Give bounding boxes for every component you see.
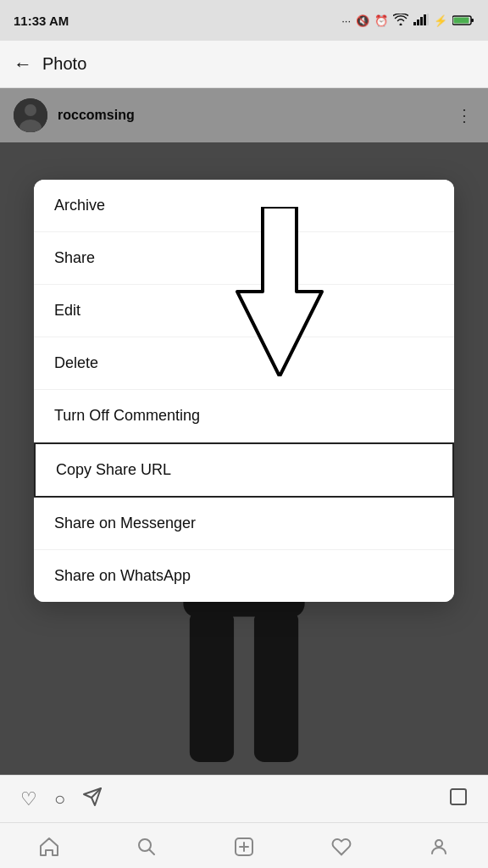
nav-home[interactable] <box>0 823 97 868</box>
menu-item-turn-off-commenting[interactable]: Turn Off Commenting <box>34 390 454 442</box>
svg-rect-2 <box>420 17 423 25</box>
nav-search[interactable] <box>97 823 195 868</box>
menu-item-share[interactable]: Share <box>34 232 454 285</box>
like-button[interactable]: ♡ <box>20 788 37 810</box>
bottom-actions-bar: ♡ ○ <box>0 775 488 822</box>
mute-icon: 🔇 <box>356 14 369 27</box>
charging-icon: ⚡ <box>434 14 447 27</box>
content-area: roccomsing ⋮ Archive Share Edit Delete T… <box>0 88 488 775</box>
menu-item-share-on-whatsapp[interactable]: Share on WhatsApp <box>34 550 454 602</box>
svg-rect-6 <box>471 19 474 22</box>
svg-rect-19 <box>451 789 466 804</box>
svg-rect-1 <box>417 19 419 25</box>
back-button[interactable]: ← <box>14 53 32 75</box>
svg-rect-7 <box>454 18 469 24</box>
status-bar: 11:33 AM ··· 🔇 ⏰ ⚡ <box>0 0 488 41</box>
context-menu: Archive Share Edit Delete Turn Off Comme… <box>34 180 454 602</box>
save-button[interactable] <box>449 787 468 810</box>
svg-point-22 <box>435 840 442 847</box>
menu-item-edit[interactable]: Edit <box>34 285 454 337</box>
signal-bars-icon <box>413 14 429 28</box>
page-title: Photo <box>42 54 86 74</box>
nav-activity[interactable] <box>293 823 391 868</box>
menu-item-copy-share-url[interactable]: Copy Share URL <box>34 442 454 498</box>
status-icons: ··· 🔇 ⏰ ⚡ <box>341 14 474 28</box>
status-time: 11:33 AM <box>14 14 69 28</box>
send-button[interactable] <box>82 787 103 812</box>
svg-rect-0 <box>413 22 416 25</box>
svg-rect-4 <box>427 14 429 25</box>
nav-profile[interactable] <box>391 823 488 868</box>
menu-item-delete[interactable]: Delete <box>34 337 454 390</box>
svg-rect-3 <box>424 14 426 25</box>
comment-button[interactable]: ○ <box>54 788 65 810</box>
top-nav: ← Photo <box>0 41 488 88</box>
bottom-nav <box>0 822 488 868</box>
menu-item-share-on-messenger[interactable]: Share on Messenger <box>34 498 454 550</box>
battery-icon <box>452 14 474 26</box>
alarm-icon: ⏰ <box>374 14 388 27</box>
wifi-icon <box>393 14 408 28</box>
signal-dots-icon: ··· <box>341 14 351 27</box>
menu-item-archive[interactable]: Archive <box>34 180 454 232</box>
nav-add[interactable] <box>195 823 292 868</box>
